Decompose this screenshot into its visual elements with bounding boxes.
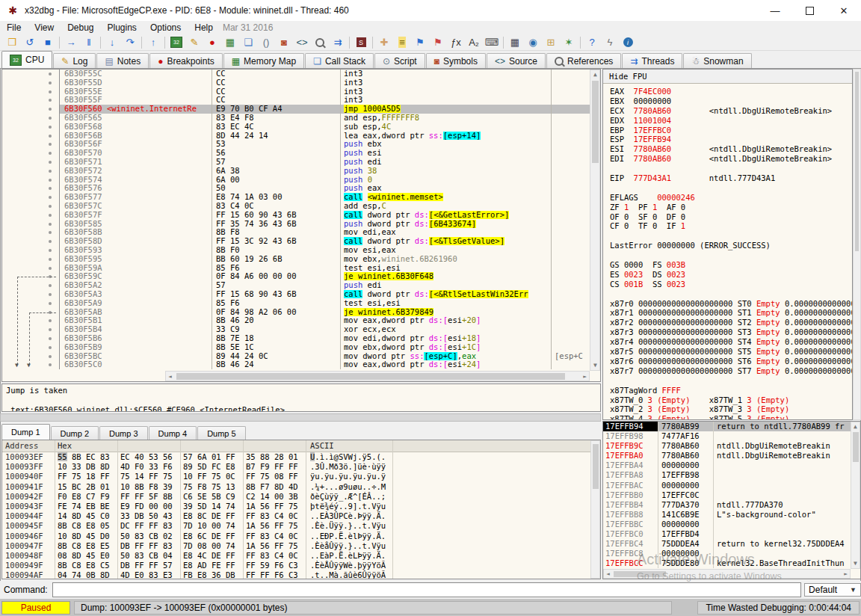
disasm-row[interactable]: 6B30F56583 E4 F8and esp,FFFFFFF8 bbox=[2, 114, 600, 123]
about-button[interactable]: i bbox=[619, 35, 637, 50]
pause-button[interactable]: ‖ bbox=[80, 35, 98, 50]
tab-snowman[interactable]: ☃Snowman bbox=[683, 53, 751, 68]
menu-debug[interactable]: Debug bbox=[61, 22, 100, 34]
dump-row[interactable]: 100093EF55 8B EC 83EC 40 53 5657 6A 01 F… bbox=[2, 452, 600, 462]
disasm-row[interactable]: 6B30F58B8B F8mov edi,eax bbox=[2, 228, 600, 237]
horizontal-splitter[interactable] bbox=[0, 413, 601, 422]
stack-row[interactable]: 17EFFBBC00000000 bbox=[603, 520, 860, 529]
disasm-row[interactable]: 6B30F57650push eax bbox=[2, 184, 600, 193]
stack-row[interactable]: 17EFFBB8141C6B9EL"s-background-color" bbox=[603, 510, 860, 520]
disasm-row[interactable]: 6B30F59C0F 84 A6 00 00 00je wininet.6B30… bbox=[2, 272, 600, 281]
disasm-row[interactable]: 6B30F5B433 C9xor ecx,ecx bbox=[2, 325, 600, 334]
disasm-row[interactable]: 6B30F5B18B 46 20mov eax,dword ptr ds:[es… bbox=[2, 316, 600, 325]
execute-till-return-button[interactable]: ↑ bbox=[144, 35, 162, 50]
disasm-row[interactable]: 6B30F5A985 F6test esi,esi bbox=[2, 299, 600, 308]
bookmarks-button[interactable]: ⚑ bbox=[429, 35, 447, 50]
dump-row[interactable]: 1000948F08 8D 45 E050 83 CB 04E8 4C DE F… bbox=[2, 551, 600, 561]
tab-cpu[interactable]: 32CPU bbox=[1, 51, 52, 68]
cpu-chip-button[interactable]: 32 bbox=[167, 35, 185, 50]
disasm-row[interactable]: 6B30F577E8 74 1A 03 00call <wininet.mems… bbox=[2, 193, 600, 202]
threads-button[interactable]: ⇉ bbox=[329, 35, 347, 50]
disasm-row[interactable]: 6B30F57FFF 15 60 90 43 6Bcall dword ptr … bbox=[2, 211, 600, 220]
disasm-row[interactable]: 6B30F5938B F0mov esi,eax bbox=[2, 246, 600, 255]
tab-references[interactable]: References bbox=[546, 53, 621, 68]
stack-row[interactable]: 17EFFB947780AB99return to ntdll.7780AB99… bbox=[603, 422, 860, 431]
disasm-row[interactable]: 6B30F5726A 38push 38 bbox=[2, 167, 600, 176]
stack-row[interactable]: 17EFFBAC00000000 bbox=[603, 481, 860, 490]
disasm-row[interactable]: 6B30F5A257push edi bbox=[2, 281, 600, 290]
tab-call-stack[interactable]: ❏Call Stack bbox=[305, 53, 374, 68]
report-bug-button[interactable]: ✶ bbox=[560, 35, 578, 50]
dump-row[interactable]: 1000940FFF 75 18 FF75 14 FF 7510 FF 75 0… bbox=[2, 472, 600, 481]
dump-row[interactable]: 100093FF10 33 DB 8D4D F0 33 F689 5D FC E… bbox=[2, 462, 600, 472]
stack-pane[interactable]: 17EFFB947780AB99return to ntdll.7780AB99… bbox=[602, 421, 861, 579]
disasm-row[interactable]: 6B30F5746A 00push 0 bbox=[2, 176, 600, 185]
disasm-row[interactable]: 6B30F56883 EC 4Csub esp,4C bbox=[2, 123, 600, 132]
dump-row[interactable]: 1000943FFE 74 EB BEE9 FD 00 0039 5D 14 7… bbox=[2, 502, 600, 511]
registers-pane[interactable]: Hide FPU EAX 7F4EC000 EBX 00000000 ECX 7… bbox=[602, 69, 853, 420]
tab-memory-map[interactable]: ▦Memory Map bbox=[223, 53, 304, 68]
run-button[interactable]: → bbox=[62, 35, 80, 50]
disasm-row[interactable]: 6B30F57157push edi bbox=[2, 158, 600, 167]
dump-row[interactable]: 1000947F8B C8 E8 E5DB FF FF 837D 08 00 7… bbox=[2, 541, 600, 551]
hide-fpu-button[interactable]: Hide FPU bbox=[603, 70, 852, 84]
tab-breakpoints[interactable]: ●Breakpoints bbox=[149, 53, 223, 68]
disassembly-pane[interactable]: 6B30F55CCCint36B30F55DCCint36B30F55ECCin… bbox=[1, 69, 601, 382]
disasm-row[interactable]: 6B30F55DCCint3 bbox=[2, 78, 600, 87]
stack-row[interactable]: 17EFFBB4777DA370ntdll.777DA370 bbox=[603, 500, 860, 510]
disasm-row[interactable]: 6B30F58DFF 15 3C 92 43 6Bcall dword ptr … bbox=[2, 237, 600, 246]
menu-plugins[interactable]: Plugins bbox=[101, 22, 144, 34]
disasm-row[interactable]: 6B30F59A85 F6test esi,esi bbox=[2, 264, 600, 273]
disasm-hscrollbar[interactable]: ◄ ► bbox=[165, 371, 590, 381]
probe-button[interactable]: ϟ bbox=[601, 35, 619, 50]
references-button[interactable] bbox=[311, 35, 329, 50]
tab-source[interactable]: <>Source bbox=[487, 53, 546, 68]
maximize-button[interactable] bbox=[792, 0, 827, 21]
stack-row[interactable]: 17EFFB9C7780AB60ntdll.DbgUiRemoteBreakin bbox=[603, 441, 860, 451]
disasm-row[interactable]: 6B30F55CCCint3 bbox=[2, 70, 600, 78]
registers-scrollbar[interactable] bbox=[853, 69, 861, 420]
stack-row[interactable]: 17EFFBC475DDDEA4return to kernel32.75DDD… bbox=[603, 539, 860, 549]
close-button[interactable]: ✕ bbox=[827, 0, 861, 21]
dump-tab-4[interactable]: Dump 4 bbox=[149, 426, 197, 440]
dump-row[interactable]: 1000945F8B C8 E8 05DC FF FF 837D 10 00 7… bbox=[2, 521, 600, 531]
disasm-row[interactable]: 6B30F55ECCint3 bbox=[2, 87, 600, 96]
globe-button[interactable]: ◉ bbox=[524, 35, 542, 50]
dump-tab-2[interactable]: Dump 2 bbox=[51, 426, 99, 440]
comments-button[interactable]: ≡ bbox=[393, 35, 411, 50]
command-type-combo[interactable]: Default ▼ bbox=[804, 583, 861, 597]
stop-button[interactable]: ■ bbox=[39, 35, 57, 50]
dump-row[interactable]: 1000946F10 8D 45 D050 83 CB 02E8 6C DE F… bbox=[2, 532, 600, 541]
source-button[interactable]: <> bbox=[293, 35, 311, 50]
tab-notes[interactable]: ▤Notes bbox=[96, 53, 149, 68]
restart-button[interactable]: ↺ bbox=[21, 35, 39, 50]
dump-tab-1[interactable]: Dump 1 bbox=[1, 424, 50, 440]
script-edit-button[interactable]: ✎ bbox=[185, 35, 203, 50]
step-over-button[interactable]: ↷ bbox=[121, 35, 139, 50]
disasm-row[interactable]: 6B30F56F53push ebx bbox=[2, 140, 600, 149]
breakpoint-button[interactable]: ● bbox=[203, 35, 221, 50]
open-file-button[interactable]: ❒ bbox=[3, 35, 21, 50]
disasm-row[interactable]: 6B30F57C83 C4 0Cadd esp,C bbox=[2, 202, 600, 211]
menu-options[interactable]: Options bbox=[144, 22, 188, 34]
seh-chain-button[interactable]: () bbox=[257, 35, 275, 50]
menu-file[interactable]: File bbox=[0, 22, 28, 34]
tab-symbols[interactable]: ◙Symbols bbox=[426, 53, 486, 68]
labels-button[interactable]: ⚑ bbox=[411, 35, 429, 50]
disasm-row[interactable]: 6B30F5BC89 44 24 0Cmov dword ptr ss:[esp… bbox=[2, 352, 600, 361]
minimize-button[interactable]: — bbox=[758, 0, 792, 21]
dump-row[interactable]: 1000941F15 BC 2B 0110 8B F8 3975 F8 75 1… bbox=[2, 482, 600, 492]
dump-tab-5[interactable]: Dump 5 bbox=[197, 426, 246, 440]
disasm-vscrollbar[interactable]: ▲ ▼ bbox=[590, 70, 600, 371]
disasm-row[interactable]: 6B30F5AB0F 84 98 A2 06 00je wininet.6B37… bbox=[2, 308, 600, 317]
memory-window-button[interactable]: ⊞ bbox=[542, 35, 560, 50]
shortcuts-button[interactable]: ⌨ bbox=[483, 35, 501, 50]
call-stack-button[interactable]: ❏ bbox=[239, 35, 257, 50]
stack-row[interactable]: 17EFFBA07780AB60ntdll.DbgUiRemoteBreakin bbox=[603, 451, 860, 461]
disasm-row[interactable]: 6B30F585FF 35 74 36 43 6Bpush dword ptr … bbox=[2, 220, 600, 229]
disasm-row[interactable]: 6B30F55FCCint3 bbox=[2, 96, 600, 105]
dump-pane[interactable]: Address Hex ASCII 100093EF55 8B EC 83EC … bbox=[1, 440, 601, 579]
stack-vscrollbar[interactable]: ▲ ▼ bbox=[851, 422, 860, 569]
stack-row[interactable]: 17EFFBC800000000 bbox=[603, 549, 860, 558]
disasm-row[interactable]: 6B30F57056push esi bbox=[2, 149, 600, 158]
